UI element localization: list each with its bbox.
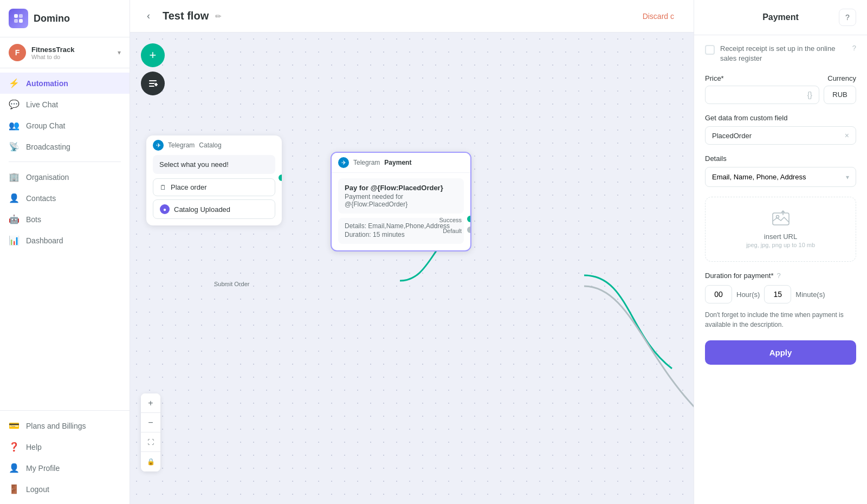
edit-icon[interactable]: ✏ (215, 12, 222, 21)
svg-rect-0 (14, 14, 18, 18)
payment-node-header: ✈ Telegram Payment (332, 153, 470, 173)
node-channel: Telegram (168, 141, 195, 149)
logo-icon (9, 9, 28, 28)
sidebar-item-label: Logout (26, 485, 49, 494)
node-header: ✈ Telegram Catalog (146, 135, 282, 155)
svg-rect-3 (19, 19, 23, 23)
nav-section: ⚡ Automation 💬 Live Chat 👥 Group Chat 📡 … (0, 68, 130, 410)
apply-button[interactable]: Apply (705, 340, 856, 365)
canvas-area[interactable]: + (130, 33, 694, 504)
question-icon: ? (845, 13, 850, 22)
success-label: Success (439, 217, 462, 223)
fit-button[interactable]: ⛶ (141, 432, 160, 452)
page-title: Test flow (163, 10, 209, 22)
sidebar-item-my-profile[interactable]: 👤 My Profile (0, 457, 130, 479)
sidebar-item-live-chat[interactable]: 💬 Live Chat (0, 94, 130, 115)
duration-inputs: 00 Hour(s) 15 Minute(s) (705, 285, 856, 303)
workspace-selector[interactable]: F FitnessTrack What to do ▾ (0, 37, 130, 68)
add-node-button[interactable]: + (141, 43, 165, 67)
minutes-input[interactable]: 15 (764, 285, 791, 303)
image-upload-area[interactable]: insert URL jpeg, jpg, png up to 10 mb (705, 197, 856, 262)
svg-rect-2 (14, 19, 18, 23)
workspace-avatar: F (9, 44, 26, 61)
price-input[interactable]: {} (705, 86, 819, 104)
payment-channel: Telegram (353, 159, 380, 166)
payment-content: Pay for @{Flow:PlacedOrder} Payment need… (332, 173, 470, 250)
node-content: Select what you need! 🗒 Place order ● Ca… (146, 155, 282, 225)
payment-sub-text: Payment needed for @{Flow:PlacedOrder} (345, 193, 457, 208)
sidebar-item-contacts[interactable]: 👤 Contacts (0, 188, 130, 209)
telegram-icon: ✈ (153, 140, 164, 151)
header: ‹ Test flow ✏ Discard c (130, 0, 694, 33)
app-name: Domino (34, 13, 70, 24)
sidebar-item-automation[interactable]: ⚡ Automation (0, 73, 130, 94)
svg-rect-4 (149, 80, 157, 81)
custom-field-label: Get data from custom field (705, 114, 856, 122)
sidebar-item-group-chat[interactable]: 👥 Group Chat (0, 115, 130, 136)
catalog-uploaded-button[interactable]: ● Catalog Uploaded (153, 199, 275, 219)
sidebar-item-logout[interactable]: 🚪 Logout (0, 479, 130, 500)
sidebar-item-label: Help (26, 443, 42, 451)
receipt-toggle[interactable] (705, 45, 715, 55)
org-icon: 🏢 (9, 172, 20, 182)
duration-label-row: Duration for payment* ? (705, 272, 856, 280)
duration-label: Duration: (345, 231, 371, 238)
sidebar-item-broadcasting[interactable]: 📡 Broadcasting (0, 136, 130, 157)
workspace-info: FitnessTrack What to do (31, 46, 112, 60)
back-button[interactable]: ‹ (141, 9, 156, 24)
chevron-down-icon: ▾ (118, 49, 121, 56)
custom-field-input[interactable]: PlacedOrder × (705, 126, 856, 145)
bot-icon: 🤖 (9, 214, 20, 224)
group-icon: 👥 (9, 120, 20, 131)
details-select-value: Email, Name, Phone, Address (712, 173, 806, 181)
sidebar-item-bots[interactable]: 🤖 Bots (0, 209, 130, 230)
success-connector (467, 216, 471, 222)
duration-note: Don't forget to include the time when pa… (705, 310, 856, 329)
price-input-row: {} RUB (705, 86, 856, 104)
panel-help-button[interactable]: ? (839, 9, 856, 26)
header-left: ‹ Test flow ✏ (141, 9, 222, 24)
details-label: Details: (345, 222, 366, 230)
nav-divider (9, 161, 121, 162)
panel-header: Payment ? (694, 0, 867, 35)
connections-svg (130, 33, 694, 504)
duration-value: 15 minutes (373, 231, 405, 238)
dashboard-icon: 📊 (9, 235, 20, 245)
currency-box: RUB (824, 86, 856, 104)
logout-icon: 🚪 (9, 484, 20, 494)
svg-rect-10 (156, 85, 157, 86)
details-select[interactable]: Email, Name, Phone, Address ▾ (705, 167, 856, 187)
payment-type: Payment (384, 159, 411, 166)
profile-icon: 👤 (9, 463, 20, 473)
workspace-name: FitnessTrack (31, 46, 112, 54)
place-order-button[interactable]: 🗒 Place order (153, 178, 275, 196)
duration-help-icon[interactable]: ? (777, 272, 780, 280)
details-value: Email,Name,Phone,Address (368, 222, 450, 230)
clear-custom-field-button[interactable]: × (845, 131, 849, 140)
upload-sub: jpeg, jpg, png up to 10 mb (714, 242, 847, 248)
sidebar-item-label: Plans and Billings (26, 422, 86, 430)
sidebar-item-label: Contacts (26, 194, 56, 203)
lock-button[interactable]: 🔒 (141, 452, 160, 471)
receipt-help-icon[interactable]: ? (852, 44, 856, 52)
sidebar-item-help[interactable]: ❓ Help (0, 436, 130, 457)
panel-body: Receipt receipt is set up in the online … (694, 35, 867, 504)
default-label: Default (443, 228, 462, 234)
zoom-in-button[interactable]: + (141, 393, 160, 413)
sidebar-item-dashboard[interactable]: 📊 Dashboard (0, 230, 130, 251)
svg-rect-1 (19, 14, 23, 18)
currency-label: Currency (827, 74, 856, 82)
duration-for-payment-label: Duration for payment* (705, 272, 773, 280)
discard-button[interactable]: Discard c (634, 8, 683, 25)
zoom-out-button[interactable]: − (141, 413, 160, 432)
order-icon: 🗒 (160, 184, 166, 191)
canvas-toolbar: + (141, 43, 165, 95)
details-line: Details: Email,Name,Phone,Address (345, 222, 457, 230)
svg-rect-8 (156, 83, 157, 84)
hours-input[interactable]: 00 (705, 285, 732, 303)
sidebar-item-organisation[interactable]: 🏢 Organisation (0, 166, 130, 188)
sidebar-item-plans[interactable]: 💳 Plans and Billings (0, 415, 130, 436)
list-view-button[interactable] (141, 72, 165, 95)
contacts-icon: 👤 (9, 193, 20, 203)
catalog-node: ✈ Telegram Catalog Select what you need!… (146, 135, 282, 225)
